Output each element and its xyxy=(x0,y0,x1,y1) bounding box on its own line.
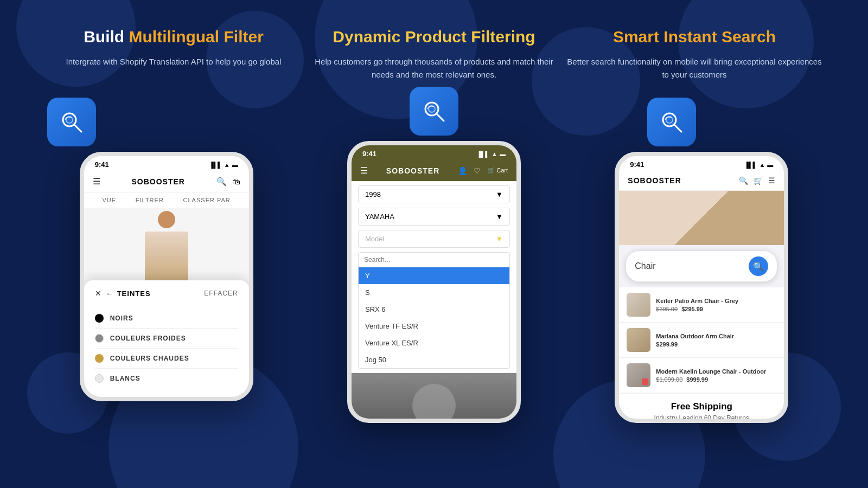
phone1-filter-panel: ✕ ← TEINTES EFFACER NOIRS COULEURS FROID… xyxy=(84,280,249,397)
filter-option-chaudes[interactable]: COULEURS CHAUDES xyxy=(95,349,238,369)
filter-close-icon[interactable]: ✕ xyxy=(95,289,101,298)
phone3-result-1[interactable]: Keifer Patio Arm Chair - Grey $395.00 $2… xyxy=(619,287,784,323)
search-filter-icon-3 xyxy=(658,108,686,136)
phone1-brand: SOBOOSTER xyxy=(131,177,184,186)
phone2-dropdown-item-0[interactable]: Y xyxy=(359,267,509,284)
phone3-nav-icons: 🔍 🛒 ☰ xyxy=(739,176,775,185)
phone3-status-bar: 9:41 ▐▌▌ ▲ ▬ xyxy=(619,156,784,171)
filter-label-noirs: NOIRS xyxy=(110,314,133,322)
phone3-menu-icon[interactable]: ☰ xyxy=(768,176,775,185)
phone3-nav: SOBOOSTER 🔍 🛒 ☰ xyxy=(619,171,784,191)
phone2-model-value: Model xyxy=(365,235,384,243)
filter-dot-froides xyxy=(95,334,104,343)
phone2-select-brand[interactable]: YAMAHA ▼ xyxy=(358,208,510,226)
phone2-select-model[interactable]: Model ▼ xyxy=(358,230,510,248)
phone3-result-2-name: Marlana Outdoor Arm Chair xyxy=(656,332,776,340)
phone2-year-arrow: ▼ xyxy=(496,190,503,198)
phone2-brand-value: YAMAHA xyxy=(365,213,394,221)
phone1-tabs: VUE FILTRER CLASSER PAR xyxy=(84,192,249,208)
phone2-wishlist-icon[interactable]: ♡ xyxy=(474,166,481,175)
phone2-signal-icon: ▐▌▌ xyxy=(477,151,489,157)
phone2-header: ☰ SOBOOSTER 👤 ♡ 🛒 Cart xyxy=(352,160,516,181)
phone3-result-1-info: Keifer Patio Arm Chair - Grey $395.00 $2… xyxy=(656,297,776,312)
phone2-product-image xyxy=(352,373,516,423)
phone2-nav-icons: 👤 ♡ 🛒 Cart xyxy=(458,166,508,175)
phone2: 9:41 ▐▌▌ ▲ ▬ ☰ SOBOOSTER 👤 ♡ 🛒 Cart xyxy=(347,141,521,423)
filter-panel-title: TEINTES xyxy=(117,290,151,298)
phone3-brand: SOBOOSTER xyxy=(628,176,681,185)
phone3-result-1-image xyxy=(627,293,650,317)
search-filter-icon-2 xyxy=(420,97,448,125)
app-icon-2 xyxy=(410,87,458,136)
phone3-signal-icon: ▐▌▌ xyxy=(744,162,757,168)
hamburger-icon[interactable]: ☰ xyxy=(93,176,100,187)
phone2-hamburger-icon[interactable]: ☰ xyxy=(360,165,368,176)
phone1-tab-filtrer[interactable]: FILTRER xyxy=(136,197,164,203)
phones-section: 9:41 ▐▌▌ ▲ ▬ ☰ SOBOOSTER 🔍 🛍 VUE FIL xyxy=(0,108,868,423)
phone1-status-icons: ▐▌▌ ▲ ▬ xyxy=(209,162,238,168)
phone1-tab-vue[interactable]: VUE xyxy=(103,197,117,203)
phone2-brand-arrow: ▼ xyxy=(496,213,503,221)
feature-search-title: Smart Instant Search xyxy=(564,27,825,47)
phone3-search-button[interactable]: 🔍 xyxy=(749,256,768,276)
filter-panel-header: ✕ ← TEINTES EFFACER xyxy=(95,289,238,298)
phone2-dropdown-item-2[interactable]: SRX 6 xyxy=(359,301,509,318)
phone3-footer: Free Shipping Industry Leading 60 Day Re… xyxy=(619,393,784,423)
phone2-dropdown-search[interactable] xyxy=(359,253,509,267)
phone1-nav: ☰ SOBOOSTER 🔍 🛍 xyxy=(84,171,249,192)
signal-icon: ▐▌▌ xyxy=(209,162,221,168)
phone2-status-icons: ▐▌▌ ▲ ▬ xyxy=(477,151,506,157)
phone2-time: 9:41 xyxy=(362,150,376,158)
phone2-dropdown-item-5[interactable]: Jog 50 xyxy=(359,351,509,368)
phone1-bag-icon[interactable]: 🛍 xyxy=(232,177,240,187)
filter-label-blancs: BLANCS xyxy=(110,375,141,382)
phone3-result-2-price: $299.99 xyxy=(656,341,776,348)
phone3-footer-title: Free Shipping xyxy=(628,401,775,412)
phone2-dropdown-item-4[interactable]: Venture XL ES/R xyxy=(359,335,509,351)
phone2-select-year[interactable]: 1998 ▼ xyxy=(358,185,510,203)
feature-dynamic-desc: Help customers go through thousands of p… xyxy=(304,55,564,81)
phone2-brand: SOBOOSTER xyxy=(386,166,439,175)
phone3-result-1-name: Keifer Patio Arm Chair - Grey xyxy=(656,297,776,305)
phone3-wifi-icon: ▲ xyxy=(759,162,765,168)
phone3-search-icon[interactable]: 🔍 xyxy=(739,176,748,185)
phone2-dropdown-item-1[interactable]: S xyxy=(359,284,509,301)
feature-search: Smart Instant Search Better search funct… xyxy=(564,27,825,98)
phone3-result-3-price: $1,099.00 $999.99 xyxy=(656,376,776,383)
phone2-search-input[interactable] xyxy=(364,256,504,264)
filter-label-chaudes: COULEURS CHAUDES xyxy=(110,355,189,362)
filter-clear-button[interactable]: EFFACER xyxy=(204,290,238,297)
search-filter-icon xyxy=(58,108,86,136)
phone3-search-bar[interactable]: Chair 🔍 xyxy=(626,251,777,282)
phone1-search-icon[interactable]: 🔍 xyxy=(216,177,227,187)
phone1-time: 9:41 xyxy=(95,160,109,169)
phone3-result-2-image xyxy=(627,328,650,352)
phone1-status-bar: 9:41 ▐▌▌ ▲ ▬ xyxy=(84,156,249,171)
phone3-result-3-image xyxy=(627,363,650,387)
phone3-cart-icon[interactable]: 🛒 xyxy=(754,176,763,185)
phone3-result-3-original: $1,099.00 xyxy=(656,376,682,383)
phone3-result-3-info: Modern Kaelin Lounge Chair - Outdoor $1,… xyxy=(656,368,776,383)
phone3-result-2[interactable]: Marlana Outdoor Arm Chair $299.99 xyxy=(619,323,784,358)
filter-option-blancs[interactable]: BLANCS xyxy=(95,369,238,388)
filter-option-froides[interactable]: COULEURS FROIDES xyxy=(95,329,238,349)
phone3-result-1-price: $395.00 $295.99 xyxy=(656,306,776,312)
app-icon-3 xyxy=(647,98,696,146)
phone3-wrapper: 9:41 ▐▌▌ ▲ ▬ SOBOOSTER 🔍 🛒 ☰ xyxy=(615,98,788,423)
svg-line-4 xyxy=(437,114,444,121)
phone2-dropdown-item-3[interactable]: Venture TF ES/R xyxy=(359,318,509,335)
phone3-result-3[interactable]: Modern Kaelin Lounge Chair - Outdoor $1,… xyxy=(619,358,784,393)
phone3-search-text: Chair xyxy=(635,261,655,271)
phone2-battery-icon: ▬ xyxy=(500,151,506,157)
phone2-status-bar: 9:41 ▐▌▌ ▲ ▬ xyxy=(352,145,516,160)
phone1-tab-classer[interactable]: CLASSER PAR xyxy=(183,197,231,203)
phone3-battery-icon: ▬ xyxy=(767,162,773,168)
svg-line-7 xyxy=(674,125,681,132)
phone2-cart-icon[interactable]: 🛒 Cart xyxy=(487,167,508,174)
feature-dynamic-title: Dynamic Product Filtering xyxy=(304,27,564,47)
phone3-status-icons: ▐▌▌ ▲ ▬ xyxy=(744,162,773,168)
phone2-account-icon[interactable]: 👤 xyxy=(458,166,467,175)
phone3-result-2-sale: $299.99 xyxy=(656,341,678,348)
phone3-result-3-sale: $999.99 xyxy=(686,376,708,383)
filter-option-noirs[interactable]: NOIRS xyxy=(95,309,238,329)
